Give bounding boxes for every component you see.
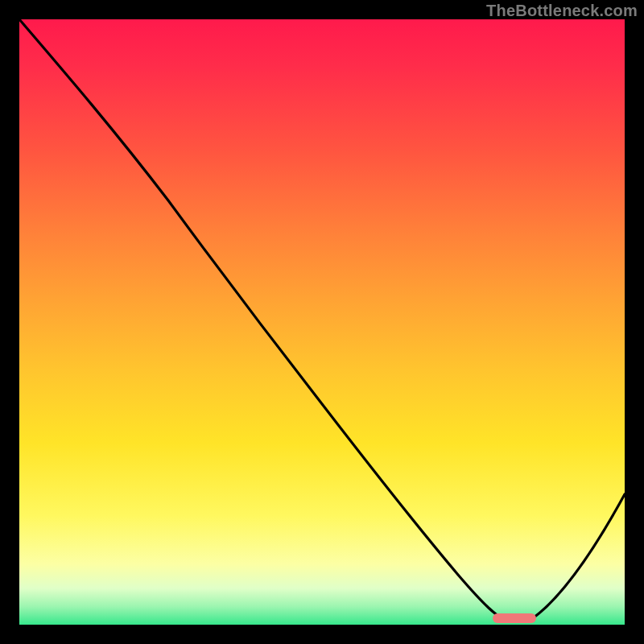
curve-path: [19, 19, 625, 621]
optimal-range-marker: [493, 613, 536, 623]
bottleneck-curve: [19, 19, 625, 625]
site-watermark: TheBottleneck.com: [486, 2, 638, 20]
